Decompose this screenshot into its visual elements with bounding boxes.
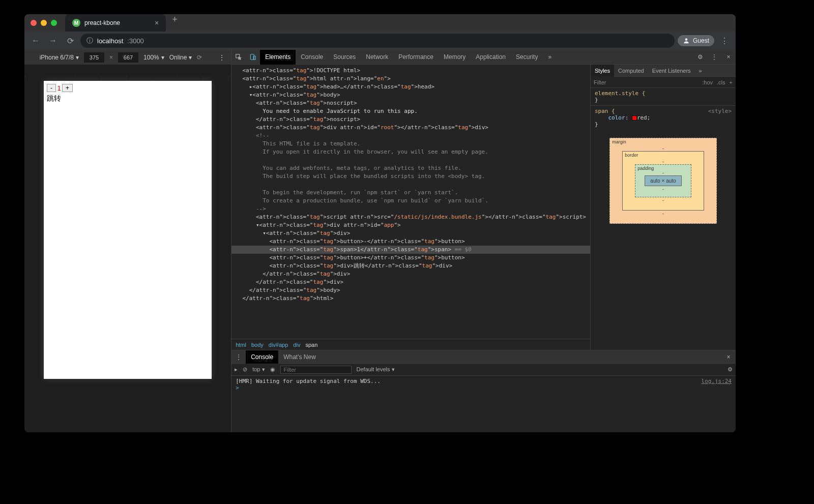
devtools-tab-security[interactable]: Security	[511, 50, 543, 65]
console-filter-input[interactable]	[280, 366, 352, 374]
close-window-icon[interactable]	[31, 20, 37, 26]
crumb[interactable]: div#app	[269, 342, 288, 348]
styles-filter-label[interactable]: Filter	[594, 79, 606, 85]
window-controls	[31, 20, 57, 26]
console-prompt[interactable]: >	[236, 384, 732, 391]
device-height-input[interactable]	[118, 52, 138, 63]
rotate-icon[interactable]: ⟳	[197, 54, 202, 61]
live-expression-icon[interactable]: ◉	[270, 366, 275, 373]
close-drawer-icon[interactable]: ×	[721, 353, 736, 361]
dom-tree[interactable]: <attr-n">class="tag">!DOCTYPE html> <att…	[231, 65, 590, 339]
dom-node[interactable]	[231, 181, 590, 189]
browser-menu-button[interactable]: ⋮	[717, 34, 732, 48]
console-settings-icon[interactable]: ⚙	[728, 366, 733, 373]
dom-node[interactable]: To begin the development, run `npm start…	[231, 189, 590, 197]
devtools-tab-application[interactable]: Application	[471, 50, 511, 65]
increment-button[interactable]: +	[62, 84, 73, 92]
zoom-select[interactable]: 100% ▾	[143, 54, 164, 61]
browser-tab[interactable]: M preact-kbone ×	[65, 14, 166, 32]
dom-node[interactable]: </attr-n">class="tag">body>	[231, 286, 590, 294]
throttle-select[interactable]: Online ▾	[169, 54, 192, 61]
devtools-tab-performance[interactable]: Performance	[393, 50, 439, 65]
dom-node[interactable]: You can add webfonts, meta tags, or anal…	[231, 164, 590, 172]
inspect-icon[interactable]	[231, 53, 246, 61]
color-swatch-icon[interactable]	[632, 115, 637, 121]
hov-toggle[interactable]: :hov	[702, 79, 713, 85]
devtools-tab-sources[interactable]: Sources	[328, 50, 361, 65]
devtools-tab-network[interactable]: Network	[361, 50, 393, 65]
dom-node[interactable]: <attr-n">class="tag">script attr-n">src=…	[231, 213, 590, 221]
crumb[interactable]: div	[293, 342, 300, 348]
dom-node[interactable]: To create a production bundle, use `npm …	[231, 197, 590, 205]
dom-node[interactable]: If you open it directly in the browser, …	[231, 148, 590, 156]
context-select[interactable]: top ▾	[252, 366, 265, 373]
dom-node[interactable]: ▸<attr-n">class="tag">head>…</attr-n">cl…	[231, 83, 590, 91]
forward-button[interactable]: →	[46, 34, 60, 48]
content-area: iPhone 6/7/8 ▾ × 100% ▾ Online ▾ ⟳ ⋮ - 1…	[24, 50, 736, 432]
new-tab-button[interactable]: +	[172, 14, 178, 32]
dom-node[interactable]: <attr-n">class="tag">button>+</attr-n">c…	[231, 254, 590, 262]
dom-node[interactable]: <attr-n">class="tag">div>跳转</attr-n">cla…	[231, 262, 590, 270]
device-mode-icon[interactable]	[246, 53, 260, 61]
styles-tab-event-listeners[interactable]: Event Listeners	[648, 65, 695, 77]
minimize-window-icon[interactable]	[41, 20, 47, 26]
cls-toggle[interactable]: .cls	[717, 79, 725, 85]
reload-button[interactable]: ⟳	[63, 34, 77, 48]
back-button[interactable]: ←	[28, 34, 43, 48]
devtools-tab-elements[interactable]: Elements	[260, 50, 296, 65]
more-icon[interactable]: ⋮	[219, 54, 225, 61]
dom-node[interactable]: </attr-n">class="tag">html>	[231, 294, 590, 303]
drawer-menu-icon[interactable]: ⋮	[231, 353, 246, 361]
settings-icon[interactable]: ⚙	[693, 53, 707, 61]
devtools-tab-console[interactable]: Console	[296, 50, 328, 65]
dom-node[interactable]: The build step will place the bundled sc…	[231, 172, 590, 181]
dom-node[interactable]: <attr-n">class="tag">!DOCTYPE html>	[231, 67, 590, 75]
jump-link[interactable]: 跳转	[47, 94, 209, 103]
drawer-tab-what-s-new[interactable]: What's New	[278, 350, 321, 364]
dom-node[interactable]: <!--	[231, 132, 590, 140]
devtools-tab-memory[interactable]: Memory	[439, 50, 471, 65]
clear-console-icon[interactable]: ⊘	[243, 366, 247, 373]
breadcrumb[interactable]: htmlbodydiv#appdivspan	[231, 339, 590, 350]
crumb[interactable]: html	[236, 342, 246, 348]
dom-node[interactable]: ▾<attr-n">class="tag">div>	[231, 229, 590, 238]
devtools-menu-icon[interactable]: ⋮	[707, 53, 721, 61]
url-field[interactable]: ⓘ localhost:3000	[80, 34, 675, 48]
dom-node[interactable]: </attr-n">class="tag">noscript>	[231, 115, 590, 124]
dom-node[interactable]: ▾<attr-n">class="tag">div attr-n">id="ap…	[231, 221, 590, 229]
dom-node[interactable]: </attr-n">class="tag">div>	[231, 270, 590, 278]
drawer-tab-console[interactable]: Console	[246, 350, 278, 364]
console-output[interactable]: [HMR] Waiting for update signal from WDS…	[231, 376, 736, 432]
close-tab-icon[interactable]: ×	[155, 19, 159, 27]
log-source-link[interactable]: log.js:24	[701, 378, 732, 384]
new-style-rule-icon[interactable]: +	[730, 79, 733, 85]
dom-node[interactable]: <attr-n">class="tag">button>-</attr-n">c…	[231, 238, 590, 246]
close-devtools-icon[interactable]: ×	[721, 53, 736, 61]
dom-node[interactable]	[231, 156, 590, 164]
site-info-icon[interactable]: ⓘ	[86, 36, 93, 45]
dom-node[interactable]: ▾<attr-n">class="tag">body>	[231, 91, 590, 99]
dom-node[interactable]: -->	[231, 205, 590, 213]
device-select[interactable]: iPhone 6/7/8 ▾	[40, 54, 79, 61]
dom-node[interactable]: <attr-n">class="tag">html attr-n">lang="…	[231, 75, 590, 83]
elements-panel: <attr-n">class="tag">!DOCTYPE html> <att…	[231, 65, 590, 350]
tabs-overflow[interactable]: »	[543, 50, 557, 65]
crumb[interactable]: body	[251, 342, 264, 348]
dom-node[interactable]: This HTML file is a template.	[231, 140, 590, 148]
dom-node[interactable]: You need to enable JavaScript to run thi…	[231, 107, 590, 115]
style-rules[interactable]: element.style { } span {<style> color: r…	[591, 88, 736, 130]
dom-node[interactable]: <attr-n">class="tag">noscript>	[231, 99, 590, 107]
styles-tab-styles[interactable]: Styles	[591, 65, 614, 77]
maximize-window-icon[interactable]	[51, 20, 57, 26]
dom-node[interactable]: <attr-n">class="tag">div attr-n">id="roo…	[231, 124, 590, 132]
styles-tabs-overflow[interactable]: »	[695, 65, 706, 77]
profile-button[interactable]: Guest	[678, 35, 714, 46]
levels-select[interactable]: Default levels ▾	[357, 366, 395, 373]
device-width-input[interactable]	[84, 52, 104, 63]
dom-node[interactable]: <attr-n">class="tag">span>1</attr-n">cla…	[231, 246, 590, 254]
decrement-button[interactable]: -	[47, 84, 56, 92]
sidebar-toggle-icon[interactable]: ▸	[235, 366, 238, 373]
styles-tab-computed[interactable]: Computed	[614, 65, 648, 77]
dom-node[interactable]: </attr-n">class="tag">div>	[231, 278, 590, 286]
crumb[interactable]: span	[305, 342, 317, 348]
